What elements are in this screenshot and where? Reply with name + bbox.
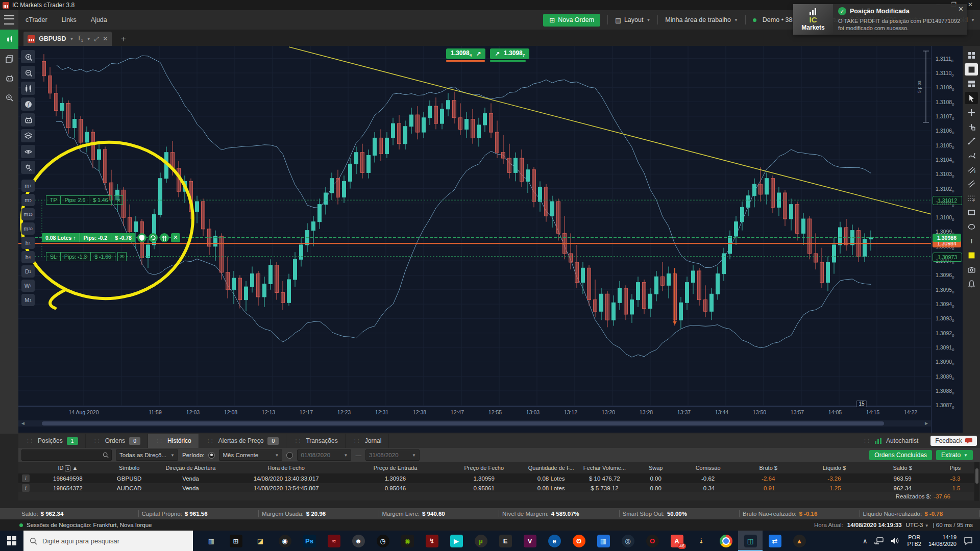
filmora-icon[interactable]: ▶ (444, 531, 469, 551)
toast-notification[interactable]: IC Markets ✓ Posição Modificada O TAKE P… (793, 4, 967, 35)
chart-settings-icon[interactable] (21, 161, 35, 174)
ctrader-icon[interactable]: ◫ (738, 531, 763, 551)
sidebar-item-copy[interactable] (0, 49, 18, 68)
action-center-icon[interactable] (964, 537, 973, 545)
column-header-fechar-volume-[interactable]: Fechar Volume... (577, 465, 632, 471)
sidebar-item-analyze[interactable] (0, 88, 18, 107)
chart-tab-gbpusd[interactable]: GBPUSD▼ T1 ▼ ⤢ ✕ (23, 32, 112, 46)
tab-transações[interactable]: Transações (286, 434, 345, 448)
layout-menu[interactable]: ▤ Layout▼ (615, 16, 650, 24)
open-position-label[interactable]: 0.08 Lotes ↑ Pips: -0.2 $ -0.78 ✕ (42, 233, 180, 242)
period-dropdown[interactable]: Mês Corrente▼ (219, 449, 282, 461)
tab-posições[interactable]: Posições1 (18, 434, 86, 448)
detach-tab-icon[interactable]: ⤢ (94, 35, 100, 42)
timeframe-W1[interactable]: W1 (21, 280, 35, 292)
tab-ordens[interactable]: Ordens0 (86, 434, 148, 448)
tab-histórico[interactable]: Histórico (148, 434, 199, 448)
chart-horizontal-scrollbar[interactable]: ◄ ► (18, 420, 931, 427)
table-row[interactable]: i198649598GBPUSDVenda14/08/2020 13:40:33… (18, 473, 974, 483)
menu-links[interactable]: Links (55, 16, 84, 23)
column-header-swap[interactable]: Swap (632, 465, 680, 471)
row-info-button[interactable]: i (22, 474, 30, 482)
grid-layout-tool-icon[interactable] (965, 49, 978, 61)
photos-app-icon[interactable]: ▦ (591, 531, 616, 551)
indicator-f-icon[interactable]: f (21, 97, 35, 111)
cursor-tool-icon[interactable] (965, 92, 978, 104)
column-header-s-mbolo[interactable]: Símbolo (102, 465, 157, 471)
text-tool-icon[interactable]: T (965, 235, 978, 247)
fibonacci-tool-icon[interactable]: F (965, 192, 978, 204)
row-info-button[interactable]: i (22, 484, 30, 492)
column-header-bruto-[interactable]: Bruto $ (737, 465, 800, 471)
column-header-pre-o-de-fecho[interactable]: Preço de Fecho (443, 465, 525, 471)
task-view-icon[interactable]: ▥ (199, 531, 224, 551)
flash-app-icon[interactable]: ↯ (420, 531, 444, 551)
take-profit-label[interactable]: TP Pips: 2.6 $ 1.46 ✕ (46, 195, 123, 205)
clock-app-icon[interactable]: ◷ (371, 531, 395, 551)
search-input[interactable] (21, 449, 112, 461)
alerts-tool-icon[interactable] (965, 278, 978, 290)
custom-range-radio[interactable] (286, 452, 293, 459)
sell-quote-button[interactable]: 1.30984↗ (446, 48, 485, 59)
menu-ctrader[interactable]: cTrader (18, 16, 55, 23)
flow-app-icon[interactable]: ⇄ (763, 531, 787, 551)
scrollbar-thumb[interactable] (42, 421, 884, 425)
file-explorer-icon[interactable]: ◪ (248, 531, 273, 551)
reverse-position-icon[interactable] (149, 233, 158, 242)
photoshop-icon[interactable]: Ps (297, 531, 322, 551)
downloads-folder-icon[interactable]: ⇣ (689, 531, 714, 551)
hamburger-menu-icon[interactable] (4, 15, 14, 24)
remove-tp-icon[interactable]: ✕ (114, 195, 123, 205)
statement-button[interactable]: Extrato▼ (936, 450, 973, 460)
crosshair-tool-icon[interactable] (965, 106, 978, 118)
date-to-dropdown[interactable]: 31/08/2020▼ (365, 449, 420, 461)
color-swatch-tool-icon[interactable] (965, 249, 978, 261)
microsoft-store-icon[interactable]: ⊞ (224, 531, 248, 551)
cbots-icon[interactable] (21, 113, 35, 127)
language-indicator[interactable]: PORPTB2 (907, 534, 921, 547)
completed-orders-button[interactable]: Ordens Concluídas (869, 450, 932, 460)
column-header-dire-o-de-abertura[interactable]: Direção de Abertura (157, 465, 225, 471)
new-order-button[interactable]: ⊞ Nova Ordem (543, 14, 600, 27)
column-header-comiss-o[interactable]: Comissão (679, 465, 736, 471)
vegas-icon[interactable]: V (518, 531, 542, 551)
timeframe-M1[interactable]: M1 (21, 294, 35, 306)
timeframe-h4[interactable]: h4 (21, 251, 35, 263)
timeframe-D1[interactable]: D1 (21, 265, 35, 278)
adobe-app-icon[interactable]: ≈ (322, 531, 346, 551)
edge-icon[interactable]: e (542, 531, 567, 551)
single-layout-tool-icon[interactable] (965, 63, 978, 76)
column-header-saldo-[interactable]: Saldo $ (868, 465, 937, 471)
tab-alertas-de-preço[interactable]: Alertas de Preço0 (199, 434, 287, 448)
menu-ajuda[interactable]: Ajuda (84, 16, 114, 23)
timeframe-h1[interactable]: h1 (21, 237, 35, 249)
volume-icon[interactable] (891, 537, 900, 544)
chart-canvas[interactable]: 5 pips f m1m5m15m30h1h4D1W1M1 1.30984↗ ↗… (18, 46, 931, 433)
anydesk-icon[interactable]: A46 (665, 531, 689, 551)
timeframe-m1[interactable]: m1 (21, 180, 35, 192)
split-layout-tool-icon[interactable] (965, 78, 978, 90)
protection-shield-icon[interactable] (137, 233, 146, 242)
opera-icon[interactable]: O (640, 531, 665, 551)
equidistant-channel-tool-icon[interactable]: E (965, 163, 978, 176)
freehand-tool-icon[interactable] (965, 149, 978, 161)
timeframe-m15[interactable]: m15 (21, 208, 35, 220)
zoom-in-icon[interactable] (21, 50, 35, 63)
tab-autochartist[interactable]: Autochartist (855, 434, 925, 448)
objects-icon[interactable] (21, 129, 35, 142)
nvidia-geforce-icon[interactable]: ◉ (395, 531, 420, 551)
network-icon[interactable] (874, 537, 884, 544)
feedback-button[interactable]: Feedback (930, 436, 977, 446)
discord-icon[interactable]: ☻ (346, 531, 371, 551)
start-button[interactable] (0, 531, 23, 551)
column-header-l-quido-[interactable]: Líquido $ (800, 465, 869, 471)
timezone-selector[interactable]: UTC-3 ▼ (906, 522, 929, 528)
clock-indicator[interactable]: 14:1914/08/2020 (928, 534, 957, 547)
column-header-pips[interactable]: Pips (937, 465, 974, 471)
obs-studio-icon[interactable]: ◉ (273, 531, 297, 551)
scroll-left-icon[interactable]: ◄ (20, 420, 26, 427)
screenshot-tool-icon[interactable] (965, 263, 978, 276)
taskbar-search-input[interactable]: Digite aqui para pesquisar (23, 531, 193, 551)
reddit-icon[interactable]: ʘ (567, 531, 591, 551)
date-from-dropdown[interactable]: 01/08/2020▼ (297, 449, 351, 461)
